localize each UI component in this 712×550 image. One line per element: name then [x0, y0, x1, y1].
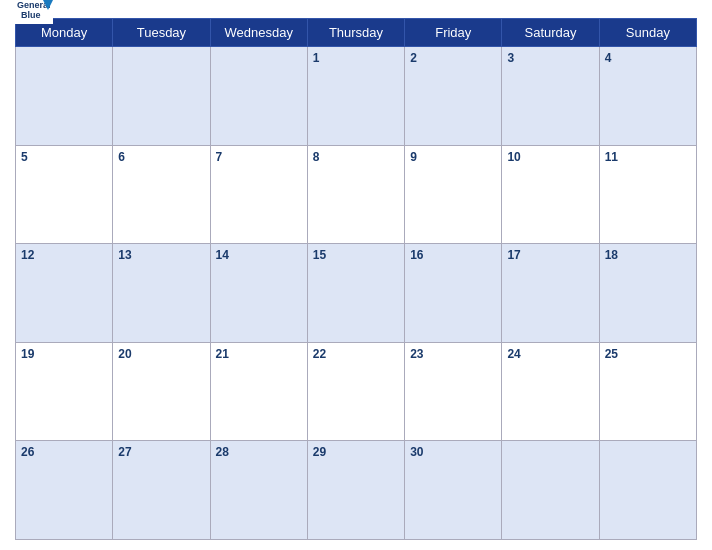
calendar-cell [502, 441, 599, 540]
calendar-cell: 3 [502, 47, 599, 146]
calendar-cell: 6 [113, 145, 210, 244]
weekday-sunday: Sunday [599, 19, 696, 47]
calendar-cell: 29 [307, 441, 404, 540]
calendar-cell: 28 [210, 441, 307, 540]
logo: General Blue [15, 0, 53, 25]
calendar-body: 1234567891011121314151617181920212223242… [16, 47, 697, 540]
calendar-cell: 24 [502, 342, 599, 441]
calendar-cell: 17 [502, 244, 599, 343]
calendar-cell: 5 [16, 145, 113, 244]
calendar-week-4: 19202122232425 [16, 342, 697, 441]
weekday-tuesday: Tuesday [113, 19, 210, 47]
calendar-cell: 27 [113, 441, 210, 540]
calendar-cell: 12 [16, 244, 113, 343]
calendar-cell: 14 [210, 244, 307, 343]
calendar-cell [599, 441, 696, 540]
calendar-cell: 19 [16, 342, 113, 441]
calendar-cell: 21 [210, 342, 307, 441]
calendar-cell: 2 [405, 47, 502, 146]
calendar-cell: 10 [502, 145, 599, 244]
weekday-saturday: Saturday [502, 19, 599, 47]
calendar-cell: 16 [405, 244, 502, 343]
calendar-cell: 18 [599, 244, 696, 343]
calendar-cell [210, 47, 307, 146]
calendar-week-5: 2627282930 [16, 441, 697, 540]
calendar-cell: 23 [405, 342, 502, 441]
calendar-table: MondayTuesdayWednesdayThursdayFridaySatu… [15, 18, 697, 540]
calendar-cell: 9 [405, 145, 502, 244]
calendar-week-3: 12131415161718 [16, 244, 697, 343]
calendar-cell: 13 [113, 244, 210, 343]
calendar-cell: 4 [599, 47, 696, 146]
calendar-week-1: 1234 [16, 47, 697, 146]
calendar-cell [16, 47, 113, 146]
calendar-cell: 30 [405, 441, 502, 540]
svg-text:Blue: Blue [21, 10, 41, 20]
calendar-cell: 25 [599, 342, 696, 441]
calendar-cell: 26 [16, 441, 113, 540]
calendar-week-2: 567891011 [16, 145, 697, 244]
calendar-cell: 15 [307, 244, 404, 343]
weekday-header-row: MondayTuesdayWednesdayThursdayFridaySatu… [16, 19, 697, 47]
weekday-wednesday: Wednesday [210, 19, 307, 47]
calendar-cell: 1 [307, 47, 404, 146]
calendar-cell: 11 [599, 145, 696, 244]
calendar-cell: 8 [307, 145, 404, 244]
calendar-cell: 7 [210, 145, 307, 244]
calendar-cell: 22 [307, 342, 404, 441]
weekday-friday: Friday [405, 19, 502, 47]
weekday-thursday: Thursday [307, 19, 404, 47]
calendar-cell: 20 [113, 342, 210, 441]
calendar-cell [113, 47, 210, 146]
